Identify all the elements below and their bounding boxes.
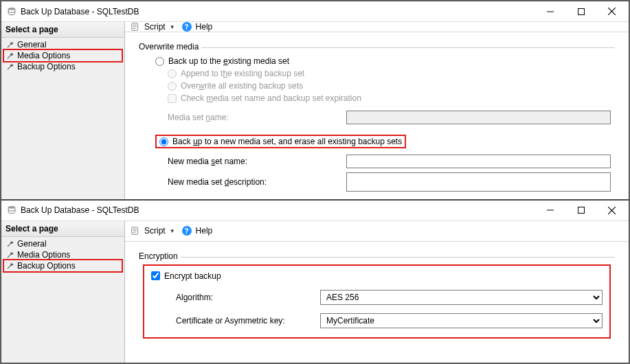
- chevron-down-icon[interactable]: ▼: [170, 228, 175, 234]
- radio-existing-media[interactable]: Back up to the existing media set: [155, 55, 611, 67]
- svg-point-9: [8, 206, 15, 209]
- minimize-button[interactable]: [535, 201, 565, 220]
- wrench-icon: [5, 51, 15, 60]
- content-toolbar: Script ▼ ? Help: [125, 22, 629, 32]
- help-icon: ?: [182, 22, 192, 32]
- help-icon: ?: [182, 226, 192, 236]
- check-media-input: [168, 94, 177, 103]
- radio-existing-input[interactable]: [155, 57, 164, 66]
- wrench-icon: [5, 239, 15, 249]
- radio-overwrite-input: [168, 82, 177, 91]
- sidebar-item-backup-options[interactable]: Backup Options: [4, 61, 122, 72]
- sidebar-item-media-options[interactable]: Media Options: [4, 50, 122, 61]
- encrypt-backup-label: Encrypt backup: [164, 271, 221, 281]
- algorithm-select[interactable]: AES 256: [320, 290, 603, 305]
- titlebar-top: Back Up Database - SQLTestDB: [1, 1, 629, 22]
- sidebar-item-backup-options[interactable]: Backup Options: [4, 260, 122, 271]
- sidebar-item-media-options[interactable]: Media Options: [4, 249, 122, 260]
- radio-overwrite-existing: Overwrite all existing backup sets: [168, 80, 611, 92]
- encryption-highlight: Encrypt backup Algorithm: AES 256 Certif…: [143, 264, 611, 339]
- script-button[interactable]: Script: [144, 226, 166, 236]
- new-media-desc-label: New media set description:: [168, 177, 346, 187]
- certificate-label: Certificate or Asymmetric key:: [176, 316, 320, 326]
- radio-overwrite-label: Overwrite all existing backup sets: [181, 81, 303, 91]
- wrench-icon: [5, 40, 15, 49]
- titlebar-bottom: Back Up Database - SQLTestDB: [1, 201, 629, 221]
- help-button[interactable]: Help: [196, 22, 213, 32]
- radio-existing-label: Back up to the existing media set: [168, 56, 289, 66]
- sidebar-item-general[interactable]: General: [4, 39, 122, 50]
- script-icon: [131, 226, 140, 236]
- close-button[interactable]: [596, 201, 627, 220]
- sidebar-item-label: Backup Options: [17, 62, 76, 71]
- radio-append-label: Append to the existing backup set: [181, 69, 304, 78]
- new-media-name-input[interactable]: [346, 155, 611, 168]
- help-button[interactable]: Help: [196, 226, 213, 236]
- group-label: Encryption: [139, 251, 181, 261]
- window-title: Back Up Database - SQLTestDB: [21, 7, 139, 16]
- sidebar-item-label: Media Options: [17, 51, 70, 60]
- svg-rect-2: [578, 8, 584, 14]
- sidebar-header: Select a page: [1, 221, 124, 237]
- chevron-down-icon[interactable]: ▼: [170, 24, 175, 30]
- sidebar-item-label: Media Options: [17, 250, 70, 260]
- script-button[interactable]: Script: [144, 22, 166, 32]
- media-set-name-label: Media set name:: [168, 113, 346, 122]
- radio-append-input: [168, 69, 177, 78]
- maximize-button[interactable]: [565, 2, 596, 21]
- content-toolbar: Script ▼ ? Help: [125, 221, 629, 242]
- minimize-button[interactable]: [535, 2, 565, 21]
- sidebar-item-general[interactable]: General: [4, 238, 122, 249]
- sidebar-item-label: Backup Options: [17, 261, 76, 271]
- svg-rect-11: [578, 207, 584, 214]
- wrench-icon: [5, 261, 15, 271]
- sidebar-header: Select a page: [1, 22, 124, 38]
- algorithm-label: Algorithm:: [176, 293, 320, 302]
- encrypt-backup-row[interactable]: Encrypt backup: [151, 270, 603, 282]
- radio-append-existing: Append to the existing backup set: [168, 67, 611, 80]
- overwrite-media-group: Overwrite media Back up to the existing …: [139, 47, 615, 198]
- database-icon: [7, 205, 16, 215]
- encryption-group: Encryption Encrypt backup Algorithm: AES…: [139, 257, 615, 343]
- database-icon: [7, 7, 16, 16]
- wrench-icon: [5, 250, 15, 260]
- radio-new-media-input[interactable]: [159, 137, 168, 146]
- check-media-expiration: Check media set name and backup set expi…: [168, 92, 611, 104]
- sidebar: Select a page General Media Options Back…: [1, 22, 125, 199]
- sidebar-item-label: General: [17, 40, 47, 49]
- maximize-button[interactable]: [565, 201, 596, 220]
- window-title: Back Up Database - SQLTestDB: [21, 205, 139, 215]
- wrench-icon: [5, 62, 15, 71]
- new-media-name-label: New media set name:: [168, 157, 346, 166]
- certificate-select[interactable]: MyCertificate: [320, 313, 603, 328]
- group-label: Overwrite media: [139, 42, 201, 52]
- encrypt-backup-checkbox[interactable]: [151, 271, 160, 280]
- sidebar: Select a page General Media Options Back…: [1, 221, 125, 363]
- close-button[interactable]: [596, 2, 627, 21]
- svg-point-0: [8, 7, 15, 10]
- sidebar-item-label: General: [17, 239, 47, 249]
- radio-new-media-label: Back up to a new media set, and erase al…: [172, 137, 402, 146]
- media-set-name-input: [346, 111, 611, 124]
- new-media-desc-input[interactable]: [346, 172, 611, 192]
- radio-new-media-highlight: Back up to a new media set, and erase al…: [155, 135, 406, 148]
- check-media-label: Check media set name and backup set expi…: [181, 93, 361, 103]
- script-icon: [131, 22, 140, 32]
